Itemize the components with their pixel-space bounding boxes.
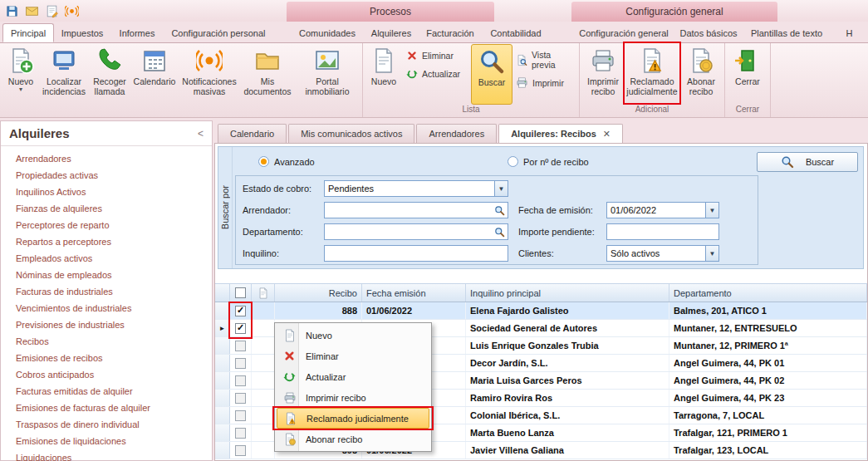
tab-contabilidad[interactable]: Contabilidad [482,23,550,42]
sidebar-item-previsiones[interactable]: Previsiones de industriales [1,316,212,333]
tab-datos-basicos[interactable]: Datos básicos [674,23,743,42]
sidebar-item-repartos[interactable]: Repartos a perceptores [1,233,212,250]
close-icon[interactable]: ✕ [603,129,611,140]
column-header-recibo[interactable]: Recibo [275,284,362,302]
sidebar-item-cobros-anticipados[interactable]: Cobros anticipados [1,366,212,383]
tab-impuestos[interactable]: Impuestos [54,23,110,42]
column-header-inquilino[interactable]: Inquilino principal [466,284,669,302]
sidebar-item-traspasos[interactable]: Traspasos de dinero individual [1,416,212,433]
tab-comunidades[interactable]: Comunidades [291,23,364,42]
doc-tab-arrendadores[interactable]: Arrendadores [416,124,497,143]
row-checkbox[interactable] [235,393,246,404]
row-checkbox[interactable] [235,375,246,386]
select-all-checkbox[interactable] [235,287,246,298]
tab-principal[interactable]: Principal [2,23,54,42]
radio-avanzado[interactable]: Avanzado [258,156,315,167]
calendario-button[interactable]: Calendario [131,44,178,105]
menu-item-eliminar[interactable]: Eliminar [277,346,429,366]
notificaciones-masivas-button[interactable]: Notificaciones masivas [178,44,241,105]
mis-documentos-button[interactable]: Mis documentos [241,44,294,105]
sidebar-item-propiedades-activas[interactable]: Propiedades activas [1,167,212,184]
cerrar-button[interactable]: Cerrar [727,44,768,105]
buscar-panel-button[interactable]: Buscar [757,152,858,172]
sidebar-item-emisiones-facturas[interactable]: Emisiones de facturas de alquiler [1,400,212,416]
row-checkbox[interactable] [235,445,246,456]
imprimir-recibo-button[interactable]: Imprimir recibo [581,44,625,105]
nuevo-button[interactable]: Nuevo [365,44,403,105]
menu-item-actualizar[interactable]: Actualizar [277,366,429,387]
row-checkbox[interactable] [235,358,246,369]
imprimir-button[interactable]: Imprimir [512,76,577,90]
sidebar-collapse-button[interactable]: < [198,128,204,140]
chevron-down-icon[interactable]: ▼ [705,246,718,261]
tab-alquileres[interactable]: Alquileres [364,23,419,42]
sidebar-item-empleados[interactable]: Empleados activos [1,250,212,267]
reclamado-judicialmente-button[interactable]: Reclamado judicialmente [625,44,679,105]
actualizar-button[interactable]: Actualizar [403,67,471,81]
departamento-input[interactable] [324,223,508,240]
inquilino-input[interactable] [324,245,508,262]
tab-facturacion[interactable]: Facturación [419,23,482,42]
arrendador-input[interactable] [324,202,508,218]
sidebar-title: Alquileres [9,126,70,140]
estado-cobro-select[interactable]: Pendientes ▼ [324,180,508,197]
row-checkbox[interactable] [235,306,246,316]
nuevo-split-button[interactable]: Nuevo ▾ [2,44,40,105]
tab-informes[interactable]: Informes [110,23,164,42]
sidebar-item-emisiones-liquidaciones[interactable]: Emisiones de liquidaciones [1,433,212,449]
tab-configuracion-personal[interactable]: Configuración personal [164,23,273,42]
sidebar-item-perceptores[interactable]: Perceptores de reparto [1,217,212,233]
column-header-fecha[interactable]: Fecha emisión [362,284,466,302]
sidebar-item-vencimientos[interactable]: Vencimientos de industriales [1,300,212,316]
sidebar-item-emisiones-recibos[interactable]: Emisiones de recibos [1,350,212,366]
tab-configuracion-general[interactable]: Configuración general [573,23,674,42]
menu-item-imprimir-recibo[interactable]: Imprimir recibo [277,387,429,408]
sidebar-item-inquilinos-activos[interactable]: Inquilinos Activos [1,184,212,200]
vista-previa-button[interactable]: Vista previa [512,49,577,71]
row-checkbox[interactable] [235,323,246,334]
eliminar-button[interactable]: Eliminar [403,49,471,62]
lookup-search-icon[interactable] [493,226,506,238]
chevron-down-icon[interactable]: ▼ [494,181,508,196]
notes-icon[interactable] [45,4,59,18]
recoger-llamada-button[interactable]: Recoger llamada [88,44,131,105]
fecha-emision-label: Fecha de emisión: [518,205,593,215]
doc-tab-recibos[interactable]: Alquileres: Recibos ✕ [498,124,623,143]
table-row[interactable]: 888 01/06/2022 Elena Fajardo Galisteo Ba… [215,302,867,320]
sidebar-item-fianzas[interactable]: Fianzas de alquileres [1,200,212,217]
column-header-departamento[interactable]: Departamento [669,284,867,302]
localizar-incidencias-button[interactable]: Localizar incidencias [40,44,88,105]
fecha-emision-select[interactable]: 01/06/2022 ▼ [606,202,719,218]
sidebar-item-arrendadores[interactable]: Arrendadores [1,150,212,167]
sidebar-item-facturas-industriales[interactable]: Facturas de industriales [1,283,212,300]
buscar-button[interactable]: Buscar [471,44,512,105]
abonar-recibo-button[interactable]: Abonar recibo [679,44,723,105]
portal-inmobiliario-button[interactable]: Portal inmobiliario [294,44,360,105]
clientes-select[interactable]: Sólo activos ▼ [606,245,719,262]
row-checkbox[interactable] [235,410,246,421]
chevron-down-icon[interactable]: ▼ [705,203,718,218]
refresh-icon [281,370,298,383]
doc-tab-calendario[interactable]: Calendario [218,124,287,143]
tab-herramientas[interactable]: H [831,23,868,42]
ribbon-group-lista: Nuevo Eliminar Actualizar Buscar [363,43,580,117]
row-checkbox[interactable] [235,341,246,351]
sidebar-item-nominas[interactable]: Nóminas de empleados [1,267,212,283]
sidebar-item-liquidaciones[interactable]: Liquidaciones [1,449,212,461]
tab-plantillas[interactable]: Plantillas de texto [743,23,831,42]
menu-item-nuevo[interactable]: Nuevo [277,325,429,346]
doc-tab-comunicados[interactable]: Mis comunicados activos [288,124,414,143]
sidebar-item-recibos[interactable]: Recibos [1,333,212,350]
broadcast-icon[interactable] [65,4,79,18]
lookup-search-icon[interactable] [493,204,506,216]
broadcast-icon [196,47,223,74]
importe-pendiente-input[interactable] [606,223,719,240]
save-icon[interactable] [5,4,19,18]
sidebar-item-facturas-emitidas[interactable]: Facturas emitidas de alquiler [1,383,212,400]
row-checkbox[interactable] [235,428,246,439]
menu-item-abonar-recibo[interactable]: Abonar recibo [277,429,429,449]
mail-icon[interactable] [25,4,39,18]
menu-item-reclamado-judicialmente[interactable]: Reclamado judicialmente [277,408,429,429]
refresh-icon [406,68,418,80]
radio-por-numero-recibo[interactable]: Por nº de recibo [508,156,589,167]
